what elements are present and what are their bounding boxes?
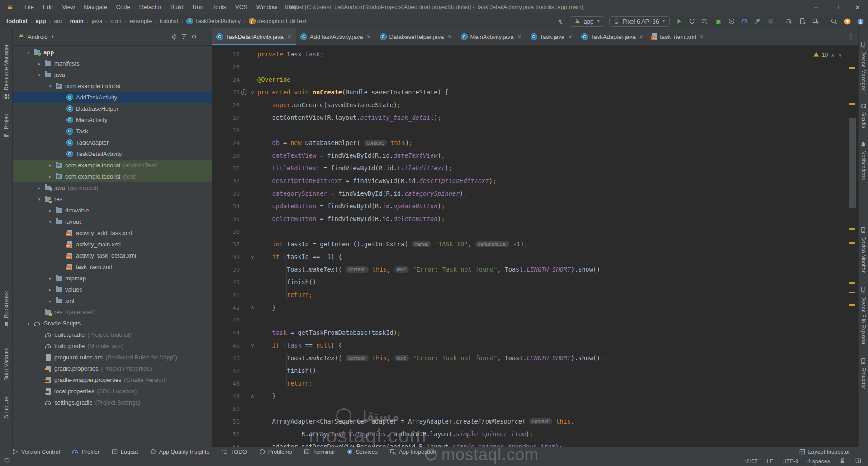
tree-item-MainActivity[interactable]: CMainActivity: [13, 114, 212, 126]
tree-item-Task[interactable]: CTask: [13, 126, 212, 137]
code-line-31[interactable]: 31 titleEditText = findViewById(R.id.tit…: [212, 162, 858, 174]
chevron-down-icon[interactable]: ▾: [37, 73, 42, 77]
update-button[interactable]: [843, 17, 851, 25]
fold-marker-icon[interactable]: ∧: [248, 305, 257, 310]
tree-item-DatabaseHelper[interactable]: CDatabaseHelper: [13, 103, 212, 114]
menu-navigate[interactable]: Navigate: [79, 0, 111, 14]
fold-marker-icon[interactable]: ∨: [248, 343, 257, 348]
tree-item-java[interactable]: ▸java(generated): [13, 182, 212, 193]
warning-stripe-mark[interactable]: [849, 304, 855, 306]
tree-item-build.gradle[interactable]: build.gradle(Project: todolist): [13, 329, 212, 340]
more-vert-icon[interactable]: ⋮: [844, 33, 858, 41]
tree-item-build.gradle[interactable]: build.gradle(Module :app): [13, 340, 212, 352]
search-button[interactable]: [830, 17, 838, 25]
rerun-button[interactable]: [688, 17, 696, 25]
menu-vcs[interactable]: VCS: [231, 0, 252, 14]
tree-item-GradleScripts[interactable]: ▾Gradle Scripts: [13, 318, 212, 329]
tool-stripe-project[interactable]: Project: [0, 107, 12, 139]
code-line-24[interactable]: 24@Override: [212, 73, 858, 86]
tool-stripe-emulator[interactable]: Emulator: [859, 358, 868, 395]
breadcrumb-todolist[interactable]: todolist: [160, 18, 178, 24]
tree-item-AddTaskActivity[interactable]: CAddTaskActivity: [13, 92, 212, 103]
tree-item-com.example.todolist[interactable]: ▸com.example.todolist(androidTest): [13, 160, 212, 171]
tool-stripe-resource-manager[interactable]: Resource Manager: [0, 40, 12, 100]
tab-MainActivity.java[interactable]: CMainActivity.java✕: [456, 28, 526, 45]
code-line-22[interactable]: 22private Task task;: [212, 48, 858, 61]
collapse-button[interactable]: [179, 32, 189, 42]
code-line-39[interactable]: 39 Toast.makeText( context: this, text: …: [212, 263, 858, 276]
breadcrumb-TaskDetailActivity[interactable]: CTaskDetailActivity: [186, 18, 241, 24]
tree-item-java[interactable]: ▾java: [13, 69, 212, 80]
gear-button[interactable]: ⚙: [189, 32, 199, 42]
code-line-27[interactable]: 27 setContentView(R.layout.activity_task…: [212, 111, 858, 124]
device-selector[interactable]: Pixel 6 API 36▼: [609, 16, 670, 27]
close-icon[interactable]: ✕: [700, 34, 704, 40]
code-line-29[interactable]: 29 db = new DatabaseHelper( context: thi…: [212, 137, 858, 149]
tab-TaskAdapter.java[interactable]: CTaskAdapter.java✕: [577, 28, 648, 45]
tree-item-TaskAdapter[interactable]: CTaskAdapter: [13, 137, 212, 148]
fold-marker-icon[interactable]: ∨: [248, 90, 257, 95]
tool-stripe-device-file-explorer[interactable]: Device File Explorer: [859, 287, 868, 357]
tool-stripe-notifications[interactable]: Notifications: [859, 141, 868, 192]
hide-button[interactable]: ─: [199, 32, 209, 42]
elephant-sync-button[interactable]: [785, 17, 793, 25]
run-configuration-selector[interactable]: app▼: [570, 16, 605, 27]
menu-window[interactable]: Window: [252, 0, 282, 14]
code-line-42[interactable]: 42∧ }: [212, 301, 858, 314]
code-line-40[interactable]: 40 finish();: [212, 276, 858, 288]
close-icon[interactable]: ✕: [639, 34, 643, 40]
breadcrumb-todolist[interactable]: todolist: [6, 18, 28, 24]
event-icon[interactable]: [855, 457, 862, 466]
code-line-52[interactable]: 52 R.array.task_categories, android.R.la…: [212, 428, 858, 440]
gauge-button[interactable]: [740, 17, 749, 25]
target-button[interactable]: [169, 32, 179, 42]
tree-item-res[interactable]: ▾res: [13, 193, 212, 205]
code-line-47[interactable]: 47 finish();: [212, 364, 858, 377]
tree-item-gradle.properties[interactable]: gradle.properties(Project Properties): [13, 363, 212, 374]
play-button[interactable]: [675, 17, 683, 25]
close-icon[interactable]: ✕: [287, 34, 291, 40]
tree-item-com.example.todolist[interactable]: ▾com.example.todolist: [13, 80, 212, 92]
chevron-up-icon[interactable]: ∧: [830, 53, 835, 58]
menu-code[interactable]: Code: [112, 0, 135, 14]
tree-item-mipmap[interactable]: ▸mipmap: [13, 273, 212, 284]
code-line-26[interactable]: 26 super.onCreate(savedInstanceState);: [212, 99, 858, 111]
tool-stripe-bookmarks[interactable]: Bookmarks: [0, 290, 12, 328]
tab-task_item.xml[interactable]: task_item.xml✕: [648, 28, 708, 45]
chevron-right-icon[interactable]: ▸: [37, 186, 42, 190]
breadcrumb-src[interactable]: src: [54, 18, 62, 24]
breadcrumb-example[interactable]: example: [129, 18, 152, 24]
tree-item-activity_add_task.xml[interactable]: activity_add_task.xml: [13, 227, 212, 239]
tree-item-layout[interactable]: ▾layout: [13, 216, 212, 227]
menu-view[interactable]: View: [57, 0, 79, 14]
chevron-right-icon[interactable]: ▸: [47, 208, 53, 213]
tree-item-activity_main.xml[interactable]: activity_main.xml: [13, 239, 212, 250]
breadcrumb-java[interactable]: java: [91, 18, 102, 24]
tab-DatabaseHelper.java[interactable]: CDatabaseHelper.java✕: [375, 28, 456, 45]
tree-item-com.example.todolist[interactable]: ▸com.example.todolist(test): [13, 171, 212, 182]
tab-Task.java[interactable]: CTask.java✕: [526, 28, 577, 45]
chevron-right-icon[interactable]: ▸: [37, 61, 42, 66]
menu-refactor[interactable]: Refactor: [135, 0, 166, 14]
tool-window-button-problems[interactable]: Problems: [259, 448, 292, 455]
tool-window-button-layout-inspector[interactable]: Layout Inspector: [799, 448, 850, 455]
profiler-run-button[interactable]: [727, 17, 735, 25]
tree-item-local.properties[interactable]: local.properties(SDK Location): [13, 386, 212, 397]
bug-attach-button[interactable]: [754, 17, 762, 25]
code-line-38[interactable]: 38∨ if (taskId == -1) {: [212, 250, 858, 263]
code-line-46[interactable]: 46 Toast.makeText( context: this, text: …: [212, 352, 858, 364]
chevron-down-icon[interactable]: ▾: [26, 50, 31, 55]
code-line-49[interactable]: 49∧ }: [212, 390, 858, 402]
chevron-down-icon[interactable]: ∨: [838, 53, 843, 58]
avatar-button[interactable]: [856, 17, 864, 25]
unlock-icon[interactable]: [839, 457, 846, 466]
menu-help[interactable]: Help: [282, 0, 303, 14]
tool-stripe-device-manager[interactable]: Device Manager: [859, 42, 868, 96]
code-line-51[interactable]: 51 ArrayAdapter<CharSequence> adapter = …: [212, 415, 858, 428]
tool-window-button-todo[interactable]: TODO: [221, 448, 247, 455]
tool-window-button-version-control[interactable]: Version Control: [12, 448, 60, 455]
tool-window-button-app-quality-insights[interactable]: App Quality Insights: [150, 448, 209, 455]
tree-item-gradle-wrapper.properties[interactable]: gradle-wrapper.properties(Gradle Version…: [13, 374, 212, 386]
tree-item-proguard-rules.pro[interactable]: proguard-rules.pro(ProGuard Rules for ":…: [13, 352, 212, 363]
chevron-right-icon[interactable]: ▸: [47, 287, 53, 292]
